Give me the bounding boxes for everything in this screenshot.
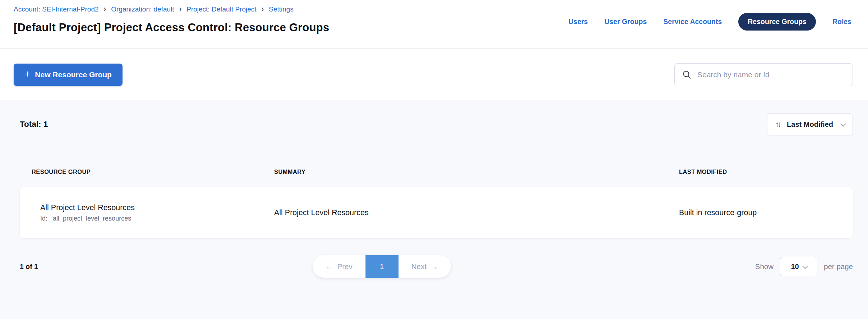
summary-cell: All Project Level Resources [274, 208, 679, 217]
page-header: Account: SEI-Internal-Prod2 › Organizati… [0, 0, 868, 48]
new-resource-group-button-label: New Resource Group [35, 70, 112, 79]
column-header-summary: SUMMARY [274, 168, 679, 175]
per-page-label: per page [824, 262, 853, 271]
tab-user-groups[interactable]: User Groups [604, 18, 647, 26]
current-page-button[interactable]: 1 [365, 255, 398, 278]
search-input[interactable] [697, 70, 845, 79]
page-range-label: 1 of 1 [20, 263, 38, 271]
show-label: Show [755, 262, 774, 271]
search-box[interactable] [674, 63, 853, 86]
chevron-down-icon [802, 263, 808, 269]
breadcrumb-separator-icon: › [262, 4, 264, 14]
page-size-value: 10 [791, 263, 799, 271]
breadcrumb-separator-icon: › [104, 4, 106, 14]
resource-group-id: Id: _all_project_level_resources [40, 215, 274, 222]
total-count-label: Total: 1 [20, 120, 48, 129]
page-size-select[interactable]: 10 [780, 257, 817, 276]
tab-users[interactable]: Users [568, 18, 588, 26]
sort-dropdown[interactable]: ↑↓ Last Modified [767, 113, 853, 135]
arrow-left-icon: ← [326, 262, 333, 271]
table-header-row: RESOURCE GROUP SUMMARY LAST MODIFIED [20, 168, 853, 175]
pagination: ← Prev 1 Next → [313, 255, 451, 278]
content-area: Total: 1 ↑↓ Last Modified RESOURCE GROUP… [0, 101, 868, 319]
last-modified-cell: Built in resource-group [679, 208, 853, 217]
new-resource-group-button[interactable]: + New Resource Group [14, 64, 123, 86]
page-size-control: Show 10 per page [755, 257, 853, 276]
breadcrumb-project-link[interactable]: Project: Default Project [186, 5, 256, 13]
tab-service-accounts[interactable]: Service Accounts [663, 18, 722, 26]
tab-resource-groups[interactable]: Resource Groups [738, 13, 816, 31]
sort-dropdown-label: Last Modified [787, 120, 833, 129]
column-header-resource-group: RESOURCE GROUP [20, 168, 274, 175]
search-icon [682, 70, 692, 79]
prev-button-label: Prev [337, 262, 352, 271]
tab-roles[interactable]: Roles [832, 18, 851, 26]
list-header: Total: 1 ↑↓ Last Modified [20, 113, 853, 135]
chevron-down-icon [840, 121, 846, 127]
breadcrumb: Account: SEI-Internal-Prod2 › Organizati… [14, 5, 851, 13]
breadcrumb-settings-link[interactable]: Settings [269, 5, 294, 13]
resource-group-name: All Project Level Resources [40, 203, 274, 212]
breadcrumb-account-link[interactable]: Account: SEI-Internal-Prod2 [14, 5, 99, 13]
breadcrumb-organization-link[interactable]: Organization: default [111, 5, 174, 13]
toolbar: + New Resource Group [0, 48, 868, 101]
arrow-right-icon: → [431, 262, 438, 271]
sort-arrows-icon: ↑↓ [775, 120, 781, 129]
prev-page-button[interactable]: ← Prev [313, 255, 365, 278]
access-control-tabs: Users User Groups Service Accounts Resou… [568, 13, 851, 31]
breadcrumb-separator-icon: › [179, 4, 182, 14]
next-button-label: Next [411, 262, 426, 271]
table-footer: 1 of 1 ← Prev 1 Next → Show 10 per page [20, 255, 853, 278]
next-page-button[interactable]: Next → [398, 255, 451, 278]
plus-icon: + [24, 69, 30, 79]
resource-group-cell: All Project Level Resources Id: _all_pro… [20, 203, 274, 222]
table-row[interactable]: All Project Level Resources Id: _all_pro… [20, 187, 853, 238]
column-header-last-modified: LAST MODIFIED [679, 168, 853, 175]
